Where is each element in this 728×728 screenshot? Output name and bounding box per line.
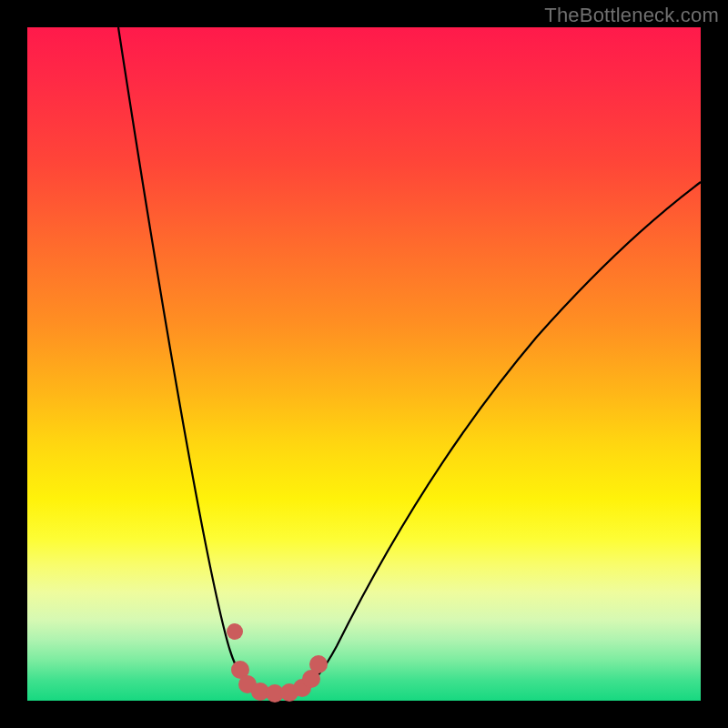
watermark-text: TheBottleneck.com	[544, 4, 719, 27]
bottleneck-curve	[27, 27, 701, 701]
highlight-markers	[227, 623, 328, 703]
svg-point-8	[309, 655, 328, 673]
gradient-plot-area	[27, 27, 701, 701]
svg-point-0	[227, 623, 243, 640]
curve-path	[118, 27, 701, 694]
chart-frame: TheBottleneck.com	[0, 0, 728, 728]
